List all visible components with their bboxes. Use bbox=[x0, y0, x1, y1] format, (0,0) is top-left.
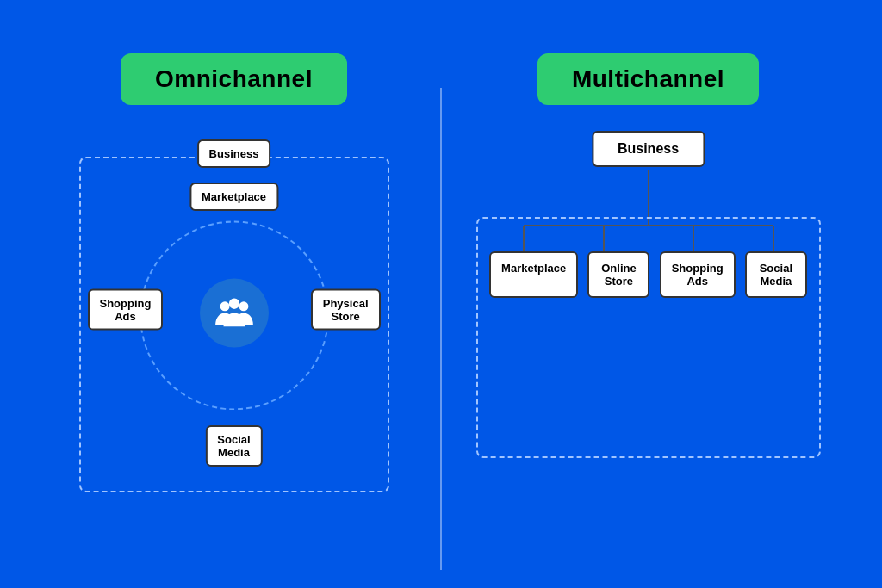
omnichannel-panel: Omnichannel Business bbox=[28, 53, 440, 492]
multi-channels-row: Marketplace OnlineStore ShoppingAds Soci… bbox=[476, 251, 821, 298]
svg-point-0 bbox=[220, 301, 229, 311]
omni-social-media: SocialMedia bbox=[205, 425, 262, 467]
main-container: Omnichannel Business bbox=[28, 28, 854, 561]
multichannel-badge: Multichannel bbox=[537, 53, 759, 105]
multi-marketplace: Marketplace bbox=[489, 251, 578, 298]
omnichannel-diagram: Business Marketp bbox=[79, 131, 389, 492]
multi-shopping-ads: ShoppingAds bbox=[660, 251, 736, 298]
omnichannel-badge: Omnichannel bbox=[121, 53, 347, 105]
multi-online-store: OnlineStore bbox=[587, 251, 649, 298]
omni-business-label: Business bbox=[197, 139, 271, 168]
omnichannel-title: Omnichannel bbox=[155, 65, 313, 92]
multichannel-title: Multichannel bbox=[572, 65, 724, 92]
omni-shopping-ads: ShoppingAds bbox=[88, 288, 164, 330]
people-icon bbox=[213, 291, 256, 334]
svg-point-2 bbox=[228, 298, 239, 309]
multi-social-media: SocialMedia bbox=[745, 251, 807, 298]
multichannel-diagram: Business Marketplace bbox=[476, 131, 821, 458]
omni-physical-store: PhysicalStore bbox=[311, 288, 381, 330]
svg-point-1 bbox=[239, 301, 248, 311]
omni-center-icon bbox=[200, 278, 269, 347]
multi-business-label: Business bbox=[592, 131, 705, 167]
multichannel-panel: Multichannel Business bbox=[442, 53, 854, 458]
omni-marketplace: Marketplace bbox=[189, 183, 278, 211]
